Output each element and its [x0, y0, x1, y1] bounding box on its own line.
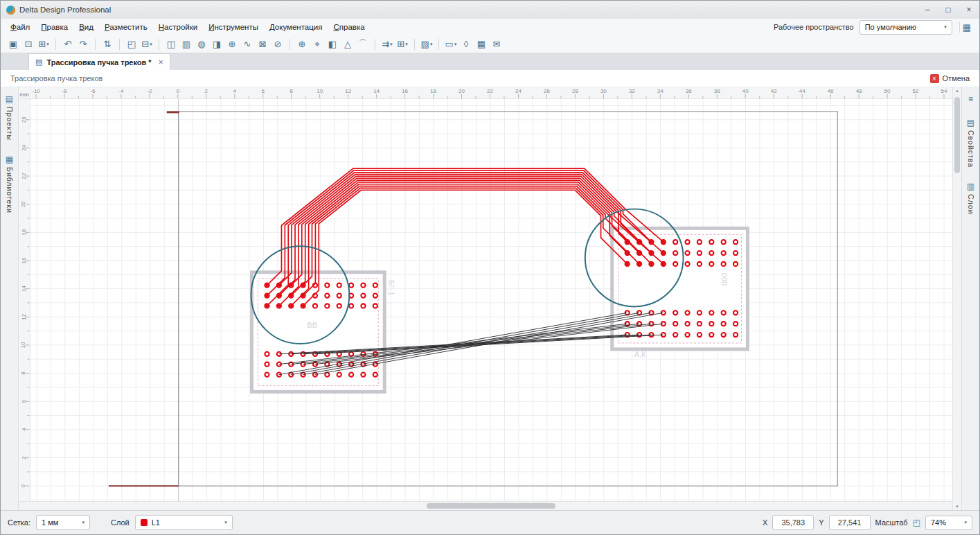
pad[interactable]	[697, 333, 702, 337]
pad[interactable]	[337, 304, 341, 308]
close-button[interactable]: ×	[959, 1, 979, 19]
pad[interactable]	[685, 310, 689, 315]
layer-select[interactable]: L1 ▾	[135, 515, 233, 530]
pad[interactable]	[733, 322, 738, 326]
smooth-route-icon[interactable]: ∿	[240, 37, 254, 51]
pad[interactable]	[337, 372, 341, 376]
component-right[interactable]: 000А.К	[612, 228, 748, 358]
pad[interactable]	[361, 372, 365, 376]
pad[interactable]	[697, 251, 702, 255]
pad[interactable]	[733, 240, 738, 244]
pad[interactable]	[733, 262, 738, 266]
pad-pair-icon[interactable]: ◫	[164, 37, 178, 51]
zoom-in-icon[interactable]: ⊕	[295, 37, 309, 51]
pad[interactable]	[265, 372, 269, 376]
rect-tool-icon[interactable]: ▭▾	[444, 37, 458, 51]
globe-icon[interactable]: ◍	[195, 37, 208, 51]
redo-icon[interactable]: ↷	[76, 37, 90, 51]
pad[interactable]	[685, 262, 689, 266]
route-tool-icon[interactable]: ⇉▾	[380, 37, 394, 51]
workspace-grid-icon[interactable]: ▦	[959, 22, 974, 33]
pad[interactable]	[361, 293, 365, 297]
draw-region-icon[interactable]: ▨▾	[420, 37, 434, 51]
forbid-route-icon[interactable]: ⊘	[271, 37, 285, 51]
pad[interactable]	[722, 322, 726, 326]
maximize-button[interactable]: □	[938, 1, 959, 19]
pad[interactable]	[709, 240, 713, 244]
pad[interactable]	[673, 262, 677, 266]
pad[interactable]	[325, 372, 329, 376]
pad[interactable]	[673, 322, 677, 326]
pad[interactable]	[709, 310, 713, 315]
scroll-up-icon[interactable]: ▲	[953, 89, 961, 93]
pad[interactable]	[733, 310, 738, 315]
sidebar-tab-properties[interactable]: ▤Свойства	[967, 118, 975, 168]
horizontal-scrollbar[interactable]	[30, 502, 952, 510]
triangle-tool-icon[interactable]: △	[341, 37, 355, 51]
pad[interactable]	[697, 322, 702, 326]
tab-trace-bundle[interactable]: ▤ Трассировка пучка треков * ×	[28, 53, 170, 70]
pad[interactable]	[722, 251, 726, 255]
save-all-icon[interactable]: ▣	[6, 37, 20, 51]
menu-documentation[interactable]: Документация	[264, 21, 328, 33]
add-via-icon[interactable]: ⊕	[225, 37, 239, 51]
delete-segment-icon[interactable]: ⊠	[256, 37, 269, 51]
menu-view[interactable]: Вид	[73, 21, 99, 33]
pad[interactable]	[722, 310, 726, 315]
pad[interactable]	[697, 240, 702, 244]
sidebar-tab-layers[interactable]: ▥Слои	[967, 182, 975, 215]
pad[interactable]	[373, 283, 377, 288]
pad[interactable]	[373, 293, 377, 297]
scale-select[interactable]: 74% ▾	[925, 516, 972, 530]
sidebar-tab-libraries[interactable]: ▦Библиотеки	[6, 155, 14, 213]
minimize-button[interactable]: –	[917, 1, 938, 19]
pad[interactable]	[722, 333, 726, 337]
pcb-canvas[interactable]: БГ-1ВВ000А.К	[30, 99, 952, 501]
menu-help[interactable]: Справка	[328, 21, 370, 33]
pad[interactable]	[697, 262, 702, 266]
pad[interactable]	[349, 372, 353, 376]
bus-route-icon[interactable]: ⊞▾	[395, 37, 409, 51]
pad[interactable]	[361, 304, 365, 308]
pad[interactable]	[361, 283, 365, 288]
pad[interactable]	[349, 304, 353, 308]
pad[interactable]	[325, 293, 329, 297]
align-vertical-icon[interactable]: ⇅	[100, 37, 114, 51]
pad[interactable]	[325, 304, 329, 308]
vertical-scrollbar[interactable]: ▲ ▼	[952, 87, 961, 510]
menu-settings[interactable]: Настройки	[153, 21, 203, 33]
grid-settings-icon[interactable]: ⊟▾	[140, 37, 154, 51]
pad[interactable]	[709, 251, 713, 255]
selection-frame-icon[interactable]: ◰	[125, 37, 139, 51]
pad[interactable]	[325, 283, 329, 288]
pad[interactable]	[709, 262, 713, 266]
pad[interactable]	[337, 293, 341, 297]
pad[interactable]	[685, 333, 689, 337]
pad[interactable]	[313, 304, 317, 308]
panel-filter-icon[interactable]: ≡	[968, 94, 973, 104]
cancel-button[interactable]: × Отмена	[930, 74, 970, 83]
horizontal-scrollbar-thumb[interactable]	[427, 503, 555, 509]
zoom-fit-icon[interactable]: ◰	[913, 518, 920, 527]
pad[interactable]	[373, 372, 377, 376]
workspace-select[interactable]: По умолчанию ▾	[859, 20, 952, 35]
pad[interactable]	[685, 240, 689, 244]
grid-step-select[interactable]: 1 мм ▾	[36, 515, 90, 530]
pad[interactable]	[349, 283, 353, 288]
pad[interactable]	[733, 251, 738, 255]
pad[interactable]	[697, 310, 702, 315]
menu-edit[interactable]: Правка	[35, 21, 73, 33]
arc-tool-icon[interactable]: ⌒	[356, 37, 370, 51]
comment-icon[interactable]: ✉	[490, 37, 504, 51]
zoom-selection-icon[interactable]: ⌖	[310, 37, 324, 51]
sidebar-tab-projects[interactable]: ▤Проекты	[6, 94, 14, 141]
pad[interactable]	[673, 310, 677, 315]
vertical-scrollbar-thumb[interactable]	[954, 97, 960, 173]
pad[interactable]	[709, 322, 713, 326]
pad[interactable]	[265, 362, 269, 367]
pad[interactable]	[685, 251, 689, 255]
pad[interactable]	[265, 352, 269, 356]
tab-close-icon[interactable]: ×	[159, 58, 163, 67]
scroll-down-icon[interactable]: ▼	[953, 505, 961, 509]
snapshot-icon[interactable]: ▦	[474, 37, 488, 51]
